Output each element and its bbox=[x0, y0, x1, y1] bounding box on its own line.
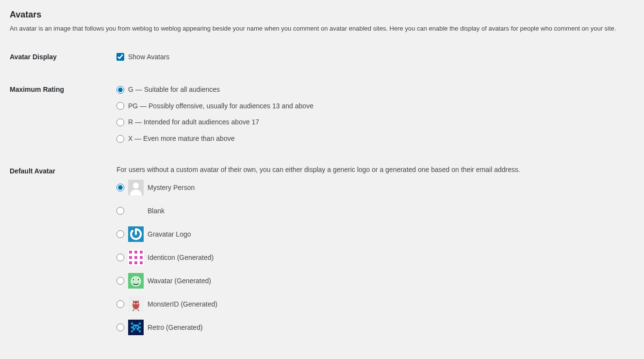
avatar-option-mystery[interactable]: Mystery Person bbox=[116, 180, 629, 195]
rating-option-x[interactable]: X — Even more mature than above bbox=[116, 134, 629, 144]
retro-icon bbox=[128, 320, 144, 335]
avatar-radio-gravatar[interactable] bbox=[116, 230, 124, 238]
svg-rect-9 bbox=[140, 256, 143, 259]
avatar-option-retro[interactable]: Retro (Generated) bbox=[116, 320, 629, 335]
rating-option-r[interactable]: R — Intended for adult audiences above 1… bbox=[116, 118, 629, 127]
avatar-label-retro: Retro (Generated) bbox=[148, 323, 203, 333]
svg-point-18 bbox=[133, 279, 134, 281]
avatar-radio-wavatar[interactable] bbox=[116, 277, 124, 285]
avatar-option-identicon[interactable]: Identicon (Generated) bbox=[116, 250, 629, 265]
avatar-option-blank[interactable]: Blank bbox=[116, 203, 629, 219]
svg-rect-32 bbox=[139, 330, 141, 332]
svg-rect-10 bbox=[134, 256, 137, 259]
avatar-radio-mystery[interactable] bbox=[116, 184, 124, 191]
avatar-label-identicon: Identicon (Generated) bbox=[148, 253, 214, 263]
avatar-radio-identicon[interactable] bbox=[116, 254, 124, 261]
section-title: Avatars bbox=[10, 10, 634, 20]
mystery-person-icon bbox=[128, 180, 144, 195]
svg-point-22 bbox=[133, 303, 135, 305]
avatar-label-gravatar: Gravatar Logo bbox=[148, 230, 191, 239]
rating-option-pg[interactable]: PG — Possibly offensive, usually for aud… bbox=[116, 102, 629, 111]
svg-rect-29 bbox=[133, 328, 135, 330]
blank-icon bbox=[128, 203, 144, 219]
svg-rect-7 bbox=[134, 251, 137, 254]
svg-rect-34 bbox=[136, 326, 138, 328]
avatar-radio-monsterid[interactable] bbox=[116, 300, 124, 308]
wavatar-icon bbox=[128, 273, 144, 289]
avatar-radio-retro[interactable] bbox=[116, 324, 124, 331]
svg-rect-31 bbox=[131, 330, 133, 332]
monsterid-icon bbox=[128, 296, 144, 312]
show-avatars-checkbox[interactable] bbox=[116, 53, 124, 61]
avatar-display-label: Avatar Display bbox=[10, 43, 112, 76]
svg-rect-5 bbox=[129, 251, 132, 254]
section-description: An avatar is an image that follows you f… bbox=[10, 24, 634, 34]
svg-point-1 bbox=[133, 183, 139, 188]
show-avatars-label: Show Avatars bbox=[128, 52, 169, 62]
avatar-label-monsterid: MonsterID (Generated) bbox=[148, 300, 217, 309]
settings-table: Avatar Display Show Avatars Maximum Rati… bbox=[10, 43, 634, 351]
avatar-label-mystery: Mystery Person bbox=[148, 183, 195, 193]
avatar-radio-blank[interactable] bbox=[116, 207, 124, 215]
svg-rect-13 bbox=[134, 261, 137, 264]
svg-rect-12 bbox=[140, 261, 143, 264]
rating-label-r: R — Intended for adult audiences above 1… bbox=[128, 118, 259, 127]
svg-rect-33 bbox=[134, 326, 135, 328]
gravatar-logo-icon bbox=[128, 226, 144, 242]
svg-rect-30 bbox=[137, 328, 139, 330]
default-avatar-description: For users without a custom avatar of the… bbox=[116, 165, 629, 175]
svg-rect-26 bbox=[139, 323, 141, 325]
avatar-option-gravatar[interactable]: Gravatar Logo bbox=[116, 226, 629, 242]
rating-radio-pg[interactable] bbox=[116, 102, 124, 110]
rating-option-g[interactable]: G — Suitable for all audiences bbox=[116, 85, 629, 95]
svg-rect-28 bbox=[131, 326, 141, 328]
svg-rect-2 bbox=[128, 203, 144, 219]
svg-rect-27 bbox=[133, 325, 139, 326]
avatar-label-blank: Blank bbox=[148, 206, 165, 216]
avatar-label-wavatar: Wavatar (Generated) bbox=[148, 276, 211, 286]
svg-rect-8 bbox=[129, 256, 132, 259]
show-avatars-option[interactable]: Show Avatars bbox=[116, 52, 629, 62]
rating-label-g: G — Suitable for all audiences bbox=[128, 85, 220, 95]
avatar-option-monsterid[interactable]: MonsterID (Generated) bbox=[116, 296, 629, 312]
avatar-option-wavatar[interactable]: Wavatar (Generated) bbox=[116, 273, 629, 289]
default-avatar-label: Default Avatar bbox=[10, 157, 112, 350]
identicon-icon bbox=[128, 250, 144, 265]
rating-label-x: X — Even more mature than above bbox=[128, 134, 234, 144]
svg-rect-11 bbox=[129, 261, 132, 264]
rating-label-pg: PG — Possibly offensive, usually for aud… bbox=[128, 102, 314, 111]
svg-rect-25 bbox=[131, 323, 133, 325]
maximum-rating-label: Maximum Rating bbox=[10, 76, 112, 157]
rating-radio-g[interactable] bbox=[116, 86, 124, 94]
rating-radio-x[interactable] bbox=[116, 135, 124, 143]
rating-radio-r[interactable] bbox=[116, 119, 124, 126]
svg-rect-6 bbox=[140, 251, 143, 254]
svg-point-23 bbox=[136, 303, 138, 305]
svg-point-19 bbox=[138, 279, 139, 281]
